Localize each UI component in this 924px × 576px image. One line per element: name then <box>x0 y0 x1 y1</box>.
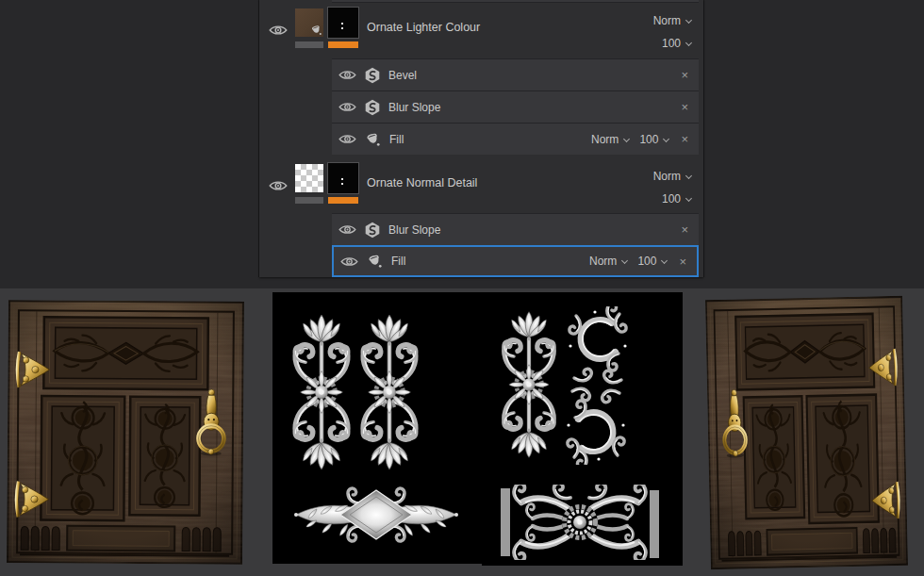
visibility-eye-icon[interactable] <box>338 69 356 81</box>
ornament-strip-2 <box>359 308 420 476</box>
layer-name: Fill <box>389 133 404 146</box>
layers-panel: Ornate Lighter Colour Norm 100 Bevel × B… <box>259 0 703 277</box>
mask-accent-bar <box>328 41 358 48</box>
gray-bar-left <box>501 488 510 556</box>
chevron-down-icon <box>663 136 669 142</box>
door-texture-right <box>705 296 908 569</box>
fill-bucket-icon <box>365 132 381 147</box>
close-button[interactable]: × <box>681 101 688 113</box>
layer-row-fill[interactable]: Fill Norm 100 × <box>332 123 699 155</box>
close-button[interactable]: × <box>681 223 688 236</box>
ornament-diamond-horizontal <box>291 477 461 552</box>
fill-bucket-icon <box>367 254 383 269</box>
layer-name: Bevel <box>388 69 417 82</box>
door-texture-left <box>7 300 244 565</box>
opacity-dropdown[interactable]: 100 <box>637 255 668 268</box>
opacity-dropdown[interactable]: 100 <box>639 133 669 146</box>
visibility-eye-icon[interactable] <box>269 179 288 192</box>
blend-mode-dropdown[interactable]: Norm <box>653 170 692 183</box>
visibility-eye-icon[interactable] <box>338 223 356 236</box>
blend-mode-dropdown[interactable]: Norm <box>653 14 692 27</box>
effect-s-icon <box>365 67 380 84</box>
layer-color-bar <box>295 41 323 48</box>
visibility-eye-icon[interactable] <box>338 101 356 113</box>
visibility-eye-icon[interactable] <box>340 255 358 268</box>
layer-name: Blur Slope <box>388 101 440 114</box>
gray-bar-right <box>650 490 659 558</box>
chevron-down-icon <box>661 257 668 264</box>
visibility-eye-icon[interactable] <box>338 133 356 145</box>
opacity-dropdown[interactable]: 100 <box>662 192 692 206</box>
mask-thumbnail[interactable] <box>327 7 359 39</box>
mask-accent-bar <box>328 197 358 204</box>
fill-bucket-icon <box>310 25 322 36</box>
visibility-eye-icon[interactable] <box>269 24 288 37</box>
blend-mode-dropdown[interactable]: Norm <box>591 133 630 146</box>
layer-thumbnail-transparent[interactable] <box>295 164 323 192</box>
layer-name: Ornate Normal Detail <box>367 158 477 207</box>
opacity-dropdown[interactable]: 100 <box>662 37 692 50</box>
ornament-rosette-horizontal <box>512 485 648 560</box>
layer-name: Ornate Lighter Colour <box>367 3 480 52</box>
close-button[interactable]: × <box>679 255 686 268</box>
layer-color-bar <box>295 197 323 204</box>
layer-group-ornate-lighter-colour[interactable]: Ornate Lighter Colour Norm 100 <box>259 3 703 58</box>
chevron-down-icon <box>685 40 692 46</box>
layer-group-ornate-normal-detail[interactable]: Ornate Normal Detail Norm 100 <box>259 158 703 213</box>
mask-thumbnail[interactable] <box>327 162 359 194</box>
chevron-down-icon <box>685 195 692 202</box>
layer-row-bevel[interactable]: Bevel × <box>332 58 699 91</box>
ornament-strip-1 <box>291 308 352 476</box>
ornament-scroll-block <box>560 306 634 465</box>
layer-row-fill-selected[interactable]: Fill Norm 100 × <box>332 245 699 277</box>
chevron-down-icon <box>685 17 692 24</box>
layer-row-blur-slope[interactable]: Blur Slope × <box>332 91 699 123</box>
layer-name: Blur Slope <box>388 223 440 237</box>
layer-row-blur-slope-2[interactable]: Blur Slope × <box>332 213 699 245</box>
blend-mode-dropdown[interactable]: Norm <box>589 255 628 268</box>
layer-name: Fill <box>391 255 405 268</box>
close-button[interactable]: × <box>681 69 688 81</box>
ornament-strip-3 <box>501 305 557 464</box>
close-button[interactable]: × <box>681 133 688 145</box>
chevron-down-icon <box>623 136 630 142</box>
effect-s-icon <box>365 222 380 239</box>
chevron-down-icon <box>685 173 692 179</box>
chevron-down-icon <box>621 257 628 264</box>
layer-thumbnail[interactable] <box>295 8 323 37</box>
ornament-rosette-group <box>501 485 659 560</box>
effect-s-icon <box>365 99 380 116</box>
